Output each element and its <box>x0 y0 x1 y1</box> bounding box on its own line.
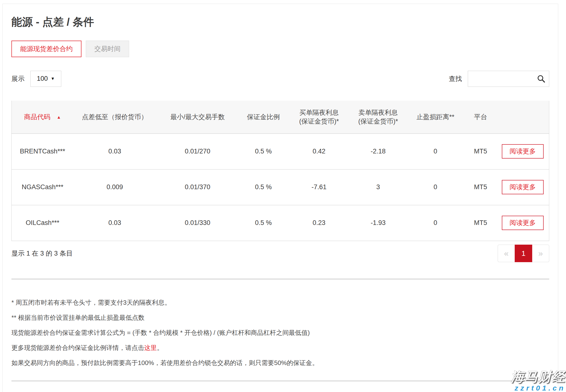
footnote-5: 如果交易同方向的商品，预付款比例需要高于100%，若使用差价合约锁仓交易的话，则… <box>12 359 549 367</box>
cell-buy-swap: -7.61 <box>288 169 350 205</box>
tab-energy-spot-cfd-label: 能源现货差价合约 <box>20 44 73 53</box>
table-row: OILCash*** 0.03 0.01/330 0.5 % 0.23 -1.9… <box>12 205 549 241</box>
cell-spread-from: 0.03 <box>73 134 156 169</box>
pagination-next-button[interactable]: » <box>532 245 549 262</box>
header-spread-from[interactable]: 点差低至（报价货币） <box>73 101 156 134</box>
table-row: BRENTCash*** 0.03 0.01/270 0.5 % 0.42 -2… <box>12 134 549 169</box>
cell-sl-tp-distance: 0 <box>406 134 465 169</box>
divider <box>12 380 549 381</box>
here-link[interactable]: 这里 <box>144 344 157 351</box>
cell-sl-tp-distance: 0 <box>406 205 465 241</box>
cell-buy-swap: 0.42 <box>288 134 350 169</box>
header-min-max-lots[interactable]: 最小/最大交易手数 <box>156 101 239 134</box>
sort-asc-icon: ▲ <box>57 115 61 120</box>
cell-margin-ratio: 0.5 % <box>239 205 288 241</box>
header-sl-tp-distance[interactable]: 止盈损距离** <box>406 101 465 134</box>
pagination-prev-button[interactable]: « <box>498 245 515 262</box>
cell-min-max-lots: 0.01/370 <box>156 169 239 205</box>
cell-sl-tp-distance: 0 <box>406 169 465 205</box>
divider <box>12 279 549 280</box>
search-label: 查找 <box>449 74 462 83</box>
cell-actions: 阅读更多 <box>497 169 549 205</box>
double-chevron-left-icon: « <box>504 249 509 258</box>
cell-product-code: OILCash*** <box>12 205 73 241</box>
tab-trading-hours[interactable]: 交易时间 <box>86 41 129 57</box>
caret-down-icon: ▼ <box>51 76 55 81</box>
tab-bar: 能源现货差价合约 交易时间 <box>12 41 549 57</box>
cell-min-max-lots: 0.01/330 <box>156 205 239 241</box>
footnote-3: 现货能源差价合约保证金需求计算公式为 = (手数 * 合约规模 * 开仓价格) … <box>12 329 549 337</box>
instruments-table: 商品代码▲ 点差低至（报价货币） 最小/最大交易手数 保证金比例 买单隔夜利息 … <box>12 101 549 241</box>
table-footer: 显示 1 在 3 的 3 条目 « 1 » <box>12 245 549 262</box>
cell-sell-swap: 3 <box>350 169 406 205</box>
header-actions <box>497 101 549 134</box>
header-platform[interactable]: 平台 <box>465 101 496 134</box>
entries-info: 显示 1 在 3 的 3 条目 <box>12 249 73 258</box>
cell-spread-from: 0.03 <box>73 205 156 241</box>
page-title: 能源 - 点差 / 条件 <box>12 15 549 28</box>
cell-product-code: BRENTCash*** <box>12 134 73 169</box>
header-sell-swap[interactable]: 卖单隔夜利息 (保证金货币)* <box>350 101 406 134</box>
read-more-button[interactable]: 阅读更多 <box>502 144 544 159</box>
double-chevron-right-icon: » <box>538 249 543 258</box>
cell-platform: MT5 <box>465 169 496 205</box>
cell-platform: MT5 <box>465 205 496 241</box>
cell-margin-ratio: 0.5 % <box>239 169 288 205</box>
header-margin-ratio[interactable]: 保证金比例 <box>239 101 288 134</box>
search-icon[interactable] <box>537 74 546 84</box>
cell-min-max-lots: 0.01/270 <box>156 134 239 169</box>
cell-sell-swap: -1.93 <box>350 205 406 241</box>
header-product-code[interactable]: 商品代码▲ <box>12 101 73 134</box>
table-row: NGASCash*** 0.009 0.01/370 0.5 % -7.61 3… <box>12 169 549 205</box>
page-size-select[interactable]: 100 ▼ <box>30 71 61 87</box>
cell-spread-from: 0.009 <box>73 169 156 205</box>
cell-sell-swap: -2.18 <box>350 134 406 169</box>
table-controls: 展示 100 ▼ 查找 <box>12 71 549 87</box>
read-more-button[interactable]: 阅读更多 <box>502 216 544 230</box>
content-card: 能源 - 点差 / 条件 能源现货差价合约 交易时间 展示 100 ▼ 查找 <box>2 4 558 392</box>
pagination-page-1[interactable]: 1 <box>515 245 532 262</box>
page-size-value: 100 <box>37 75 48 83</box>
read-more-button[interactable]: 阅读更多 <box>502 180 544 194</box>
pagination: « 1 » <box>498 245 549 262</box>
cell-platform: MT5 <box>465 134 496 169</box>
cell-buy-swap: 0.23 <box>288 205 350 241</box>
cell-product-code: NGASCash*** <box>12 169 73 205</box>
footnote-1: * 周五闭市时若有未平仓头寸，需要支付3天的隔夜利息。 <box>12 298 549 307</box>
table-header-row: 商品代码▲ 点差低至（报价货币） 最小/最大交易手数 保证金比例 买单隔夜利息 … <box>12 101 549 134</box>
show-label: 展示 <box>12 74 25 83</box>
cell-actions: 阅读更多 <box>497 205 549 241</box>
tab-trading-hours-label: 交易时间 <box>94 44 121 53</box>
footnote-2: ** 根据当前市价设置挂单的最低止损盈最低点数 <box>12 313 549 322</box>
footnotes: * 周五闭市时若有未平仓头寸，需要支付3天的隔夜利息。 ** 根据当前市价设置挂… <box>12 298 549 367</box>
header-buy-swap[interactable]: 买单隔夜利息 (保证金货币)* <box>288 101 350 134</box>
tab-energy-spot-cfd[interactable]: 能源现货差价合约 <box>12 41 82 57</box>
cell-actions: 阅读更多 <box>497 134 549 169</box>
footnote-4: 更多现货能源差价合约保证金比例详情，请点击这里。 <box>12 344 549 352</box>
cell-margin-ratio: 0.5 % <box>239 134 288 169</box>
header-product-code-label: 商品代码 <box>24 113 50 121</box>
